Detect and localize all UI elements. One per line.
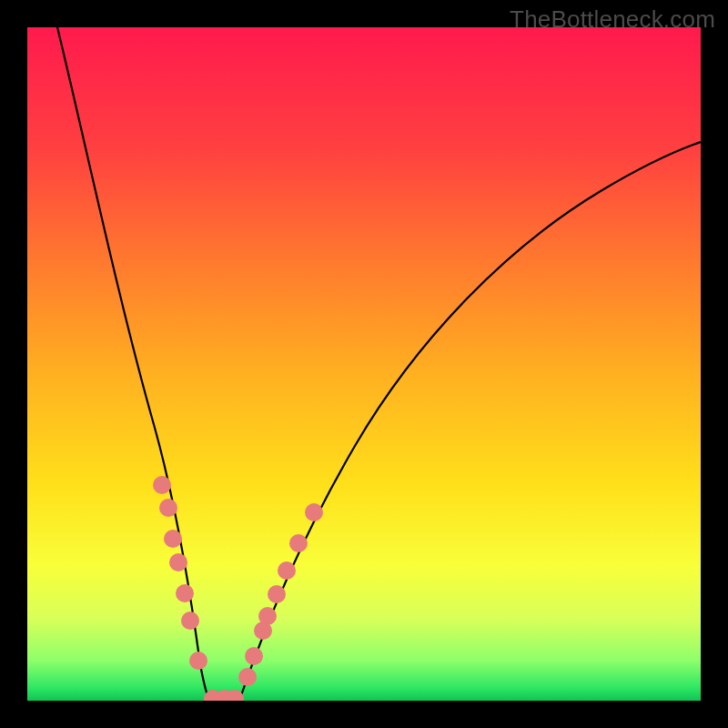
dot xyxy=(181,612,199,630)
curve-right xyxy=(239,142,701,701)
dot xyxy=(289,534,308,552)
plot-area xyxy=(27,27,701,701)
marker-dots xyxy=(153,476,323,701)
dot xyxy=(245,647,263,665)
dot xyxy=(278,561,296,580)
chart-frame: TheBottleneck.com xyxy=(0,0,728,728)
dot xyxy=(159,499,177,517)
dot xyxy=(164,530,182,548)
dot xyxy=(153,476,171,494)
curve-group xyxy=(57,27,701,701)
dot xyxy=(268,585,286,603)
dot xyxy=(238,668,257,686)
dot xyxy=(305,503,323,521)
dot xyxy=(176,584,194,602)
chart-svg xyxy=(27,27,701,701)
dot xyxy=(189,652,207,670)
dot xyxy=(169,553,187,571)
dot xyxy=(258,607,277,625)
